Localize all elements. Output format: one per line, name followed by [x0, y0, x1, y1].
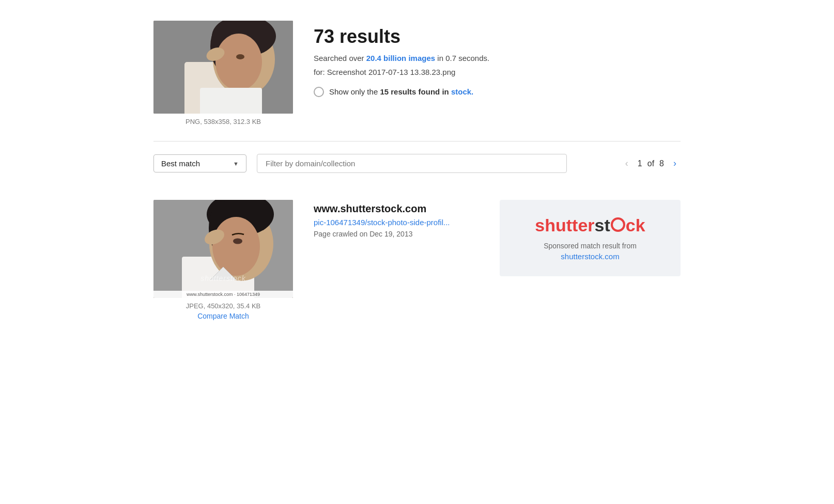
watermark: shutterstock	[200, 274, 245, 282]
compare-match-button[interactable]: Compare Match	[197, 312, 249, 320]
next-page-button[interactable]: ›	[669, 156, 681, 171]
stock-radio[interactable]	[314, 87, 324, 97]
logo-o-icon	[611, 217, 625, 232]
pagination: ‹ 1 of 8 ›	[621, 156, 681, 171]
result-details: www.shutterstock.com pic-106471349/stock…	[314, 200, 479, 238]
sponsored-box: shutterstck Sponsored match result from …	[500, 200, 681, 276]
results-count: 73 results	[314, 26, 681, 48]
shutterstock-logo: shutterstck	[535, 215, 645, 235]
query-image-svg	[153, 21, 293, 114]
result-url[interactable]: pic-106471349/stock-photo-side-profil...	[314, 218, 479, 227]
logo-dark-part: st	[595, 215, 610, 235]
header-divider	[153, 141, 681, 141]
sponsored-text: Sponsored match result from	[544, 242, 637, 250]
prev-page-button[interactable]: ‹	[621, 156, 632, 171]
filter-prefix: Show only the	[329, 87, 380, 96]
result-crawl-date: Page crawled on Dec 19, 2013	[314, 230, 479, 238]
results-info: 73 results Searched over 20.4 billion im…	[314, 21, 681, 97]
page-total: 8	[659, 159, 664, 168]
subtitle-highlight: 20.4 billion images	[366, 54, 435, 62]
filter-bold: 15 results found in	[380, 87, 449, 96]
svg-point-14	[212, 217, 260, 276]
stock-filter: Show only the 15 results found in stock.	[314, 87, 681, 97]
results-subtitle: Searched over 20.4 billion images in 0.7…	[314, 53, 681, 65]
result-item: shutterstock www.shutterstock.com · 1064…	[153, 190, 681, 330]
logo-red2-part: ck	[626, 215, 645, 235]
result-image-wrapper: shutterstock www.shutterstock.com · 1064…	[153, 200, 293, 320]
page-current: 1	[638, 159, 642, 168]
query-image-wrapper: PNG, 538x358, 312.3 KB	[153, 21, 293, 125]
subtitle-suffix: in 0.7 seconds.	[435, 54, 489, 62]
filter-input[interactable]	[257, 154, 567, 173]
result-image-meta: JPEG, 450x320, 35.4 KB	[186, 302, 261, 310]
result-image[interactable]: shutterstock www.shutterstock.com · 1064…	[153, 200, 293, 298]
chevron-down-icon: ▼	[233, 161, 239, 167]
result-image-svg	[153, 200, 293, 298]
page-separator: of	[647, 159, 654, 168]
subtitle-prefix: Searched over	[314, 54, 366, 62]
page-container: PNG, 538x358, 312.3 KB 73 results Search…	[133, 0, 701, 351]
controls-bar: Best match ▼ ‹ 1 of 8 ›	[153, 154, 681, 173]
query-image-meta: PNG, 538x358, 312.3 KB	[186, 118, 261, 125]
svg-rect-8	[200, 88, 262, 114]
svg-point-6	[236, 54, 244, 59]
image-url-bar: www.shutterstock.com · 106471349	[153, 291, 293, 298]
header-section: PNG, 538x358, 312.3 KB 73 results Search…	[153, 21, 681, 125]
results-for: for: Screenshot 2017-07-13 13.38.23.png	[314, 68, 681, 76]
result-domain: www.shutterstock.com	[314, 203, 479, 215]
stock-link[interactable]: stock.	[451, 87, 473, 96]
svg-point-5	[215, 34, 262, 90]
svg-point-15	[233, 239, 242, 244]
query-image	[153, 21, 293, 114]
stock-filter-text: Show only the 15 results found in stock.	[329, 87, 473, 96]
logo-red-part: shutter	[535, 215, 594, 235]
sort-label: Best match	[161, 159, 200, 168]
sort-dropdown[interactable]: Best match ▼	[153, 154, 246, 172]
sponsored-link[interactable]: shutterstock.com	[561, 252, 619, 261]
